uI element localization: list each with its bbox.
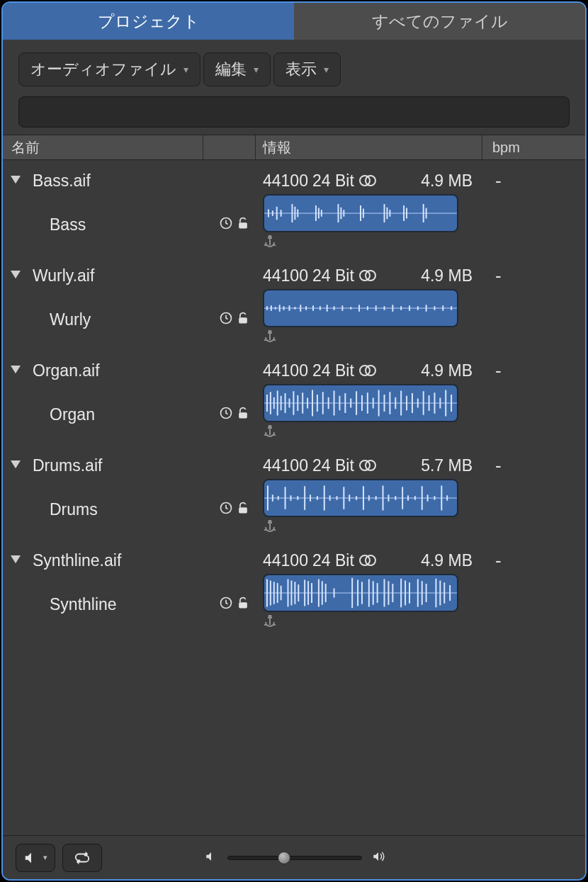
bit-depth: 24 Bit [312, 361, 354, 380]
stereo-icon [358, 364, 377, 377]
audio-files-menu[interactable]: オーディオファイル ▾ [18, 52, 200, 86]
file-row[interactable]: Wurly.aif 44100 24 Bit 4.9 MB - [3, 255, 585, 289]
region-name: Wurly [3, 289, 203, 350]
file-row[interactable]: Synthline.aif 44100 24 Bit 4.9 MB - [3, 540, 585, 574]
volume-low-icon [205, 850, 217, 866]
file-size: 4.9 MB [421, 551, 482, 570]
disclosure-triangle-icon[interactable] [3, 555, 28, 565]
stereo-icon [358, 269, 377, 282]
preview-play-button[interactable]: ▾ [16, 844, 55, 872]
file-size: 4.9 MB [421, 266, 482, 285]
svg-marker-85 [11, 460, 21, 468]
svg-rect-4 [239, 222, 247, 228]
file-size: 4.9 MB [421, 171, 482, 191]
unlock-icon [236, 311, 250, 328]
bit-depth: 24 Bit [312, 266, 354, 285]
svg-marker-0 [11, 176, 21, 183]
file-row[interactable]: Organ.aif 44100 24 Bit 4.9 MB - [3, 350, 585, 384]
stereo-icon [358, 554, 377, 567]
file-item: Wurly.aif 44100 24 Bit 4.9 MB - Wurly [3, 255, 585, 350]
column-header-info[interactable]: 情報 [256, 135, 482, 159]
file-list[interactable]: Bass.aif 44100 24 Bit 4.9 MB - Bass [3, 160, 585, 835]
waveform-clip[interactable] [263, 194, 458, 232]
toolbar: オーディオファイル ▾ 編集 ▾ 表示 ▾ [3, 40, 585, 92]
bpm-value: - [482, 167, 585, 194]
disclosure-triangle-icon[interactable] [3, 271, 28, 281]
unlock-icon [236, 406, 250, 423]
svg-marker-121 [11, 555, 21, 563]
anchor-icon [261, 520, 482, 536]
audio-browser-window: プロジェクト すべてのファイル オーディオファイル ▾ 編集 ▾ 表示 ▾ 名前… [1, 1, 587, 881]
sample-rate: 44100 [263, 551, 308, 570]
region-row[interactable]: Synthline [3, 574, 585, 635]
waveform-clip[interactable] [263, 574, 458, 612]
sample-rate: 44100 [263, 361, 308, 380]
edit-menu[interactable]: 編集 ▾ [203, 52, 271, 86]
region-row[interactable]: Bass [3, 194, 585, 255]
view-label: 表示 [285, 59, 317, 80]
waveform-clip[interactable] [263, 289, 458, 327]
region-name: Organ [3, 384, 203, 445]
file-row[interactable]: Drums.aif 44100 24 Bit 5.7 MB - [3, 445, 585, 479]
tab-project[interactable]: プロジェクト [3, 3, 294, 40]
stereo-icon [358, 459, 377, 472]
file-info: 44100 24 Bit 4.9 MB [256, 547, 482, 574]
column-header-bpm[interactable]: bpm [482, 135, 585, 159]
sample-rate: 44100 [263, 266, 308, 285]
clock-icon [219, 596, 233, 613]
volume-control [109, 850, 480, 866]
chevron-down-icon: ▾ [324, 64, 329, 75]
bpm-value: - [482, 357, 585, 384]
file-info: 44100 24 Bit 4.9 MB [256, 262, 482, 289]
region-row[interactable]: Organ [3, 384, 585, 445]
tab-all-files[interactable]: すべてのファイル [294, 3, 585, 40]
volume-thumb[interactable] [278, 852, 290, 864]
anchor-icon [261, 330, 482, 346]
clock-icon [219, 406, 233, 423]
loop-button[interactable] [62, 844, 102, 872]
svg-rect-125 [239, 602, 247, 608]
volume-slider[interactable] [227, 856, 362, 860]
bit-depth: 24 Bit [312, 551, 354, 570]
svg-marker-41 [11, 366, 21, 373]
waveform-clip[interactable] [263, 384, 458, 422]
file-item: Bass.aif 44100 24 Bit 4.9 MB - Bass [3, 160, 585, 255]
waveform-clip[interactable] [263, 479, 458, 517]
browser-tabs: プロジェクト すべてのファイル [3, 3, 585, 40]
svg-point-6 [269, 236, 271, 238]
bit-depth: 24 Bit [312, 456, 354, 475]
bpm-value: - [482, 262, 585, 289]
clock-icon [219, 311, 233, 328]
stereo-icon [358, 174, 377, 187]
disclosure-triangle-icon[interactable] [3, 176, 28, 186]
region-row[interactable]: Wurly [3, 289, 585, 350]
chevron-down-icon: ▾ [183, 64, 188, 75]
svg-rect-11 [239, 317, 247, 323]
svg-rect-89 [239, 507, 247, 513]
disclosure-triangle-icon[interactable] [3, 460, 28, 470]
file-size: 5.7 MB [421, 456, 482, 475]
file-name: Wurly.aif [28, 266, 94, 285]
view-menu[interactable]: 表示 ▾ [273, 52, 341, 86]
file-size: 4.9 MB [421, 361, 482, 380]
file-name: Bass.aif [28, 171, 91, 191]
column-header-row: 名前 情報 bpm [3, 135, 585, 160]
anchor-icon [261, 235, 482, 251]
chevron-down-icon: ▾ [43, 853, 47, 862]
search-input[interactable] [18, 96, 570, 128]
region-name: Drums [3, 479, 203, 540]
file-row[interactable]: Bass.aif 44100 24 Bit 4.9 MB - [3, 160, 585, 194]
column-header-icons[interactable] [203, 135, 256, 159]
clock-icon [219, 216, 233, 233]
disclosure-triangle-icon[interactable] [3, 366, 28, 375]
file-info: 44100 24 Bit 4.9 MB [256, 357, 482, 384]
edit-label: 編集 [215, 59, 247, 80]
column-header-name[interactable]: 名前 [3, 135, 203, 159]
unlock-icon [236, 216, 250, 233]
anchor-icon [261, 425, 482, 441]
region-row[interactable]: Drums [3, 479, 585, 540]
file-name: Drums.aif [28, 456, 102, 475]
file-item: Synthline.aif 44100 24 Bit 4.9 MB - Synt… [3, 540, 585, 635]
svg-point-163 [269, 616, 271, 618]
chevron-down-icon: ▾ [254, 64, 259, 75]
